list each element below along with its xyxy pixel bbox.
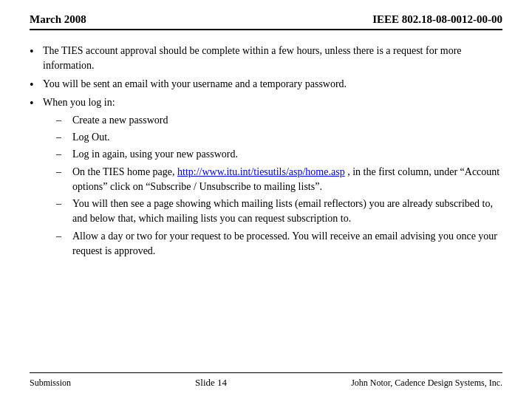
- footer-right: John Notor, Cadence Design Systems, Inc.: [351, 378, 502, 389]
- bullet-text: When you log in: – Create a new password…: [43, 95, 502, 261]
- footer-left: Submission: [30, 378, 71, 389]
- list-item: – On the TIES home page, http://www.itu.…: [56, 165, 502, 195]
- header-right: IEEE 802.18-08-0012-00-00: [372, 13, 502, 26]
- dash: –: [56, 197, 72, 211]
- dash-text: You will then see a page showing which m…: [72, 197, 502, 227]
- dash: –: [56, 147, 72, 162]
- list-item: – You will then see a page showing which…: [56, 197, 502, 227]
- header: March 2008 IEEE 802.18-08-0012-00-00: [30, 13, 502, 30]
- dash-text: Allow a day or two for your request to b…: [72, 229, 502, 259]
- footer: Submission Slide 14 John Notor, Cadence …: [30, 372, 502, 389]
- dash-text: Create a new password: [72, 113, 502, 128]
- page: March 2008 IEEE 802.18-08-0012-00-00 • T…: [0, 0, 532, 399]
- bullet-list: • The TIES account approval should be co…: [30, 44, 502, 261]
- dash-text: Log in again, using your new password.: [72, 147, 502, 162]
- dash: –: [56, 165, 72, 180]
- content: • The TIES account approval should be co…: [30, 44, 502, 366]
- list-item: • The TIES account approval should be co…: [30, 44, 502, 74]
- dash-text: Log Out.: [72, 130, 502, 145]
- list-item: – Create a new password: [56, 113, 502, 128]
- list-item: – Log in again, using your new password.: [56, 147, 502, 162]
- dash: –: [56, 113, 72, 128]
- dash-list: – Create a new password – Log Out. – Log…: [56, 113, 502, 259]
- bullet-dot: •: [30, 96, 43, 112]
- when-login-text: When you log in:: [43, 97, 115, 108]
- dash: –: [56, 130, 72, 145]
- list-item: – Allow a day or two for your request to…: [56, 229, 502, 259]
- footer-center: Slide 14: [195, 377, 227, 389]
- list-item: • You will be sent an email with your us…: [30, 77, 502, 93]
- dash-text-before: On the TIES home page,: [72, 166, 177, 177]
- bullet-dot: •: [30, 78, 43, 93]
- dash: –: [56, 229, 72, 244]
- bullet-text: You will be sent an email with your user…: [43, 77, 502, 92]
- bullet-text: The TIES account approval should be comp…: [43, 44, 502, 74]
- header-left: March 2008: [30, 13, 86, 26]
- bullet-dot: •: [30, 44, 43, 60]
- dash-text-link: On the TIES home page, http://www.itu.in…: [72, 165, 502, 195]
- list-item: • When you log in: – Create a new passwo…: [30, 95, 502, 261]
- ties-home-link[interactable]: http://www.itu.int/tiesutils/asp/home.as…: [177, 166, 345, 177]
- list-item: – Log Out.: [56, 130, 502, 145]
